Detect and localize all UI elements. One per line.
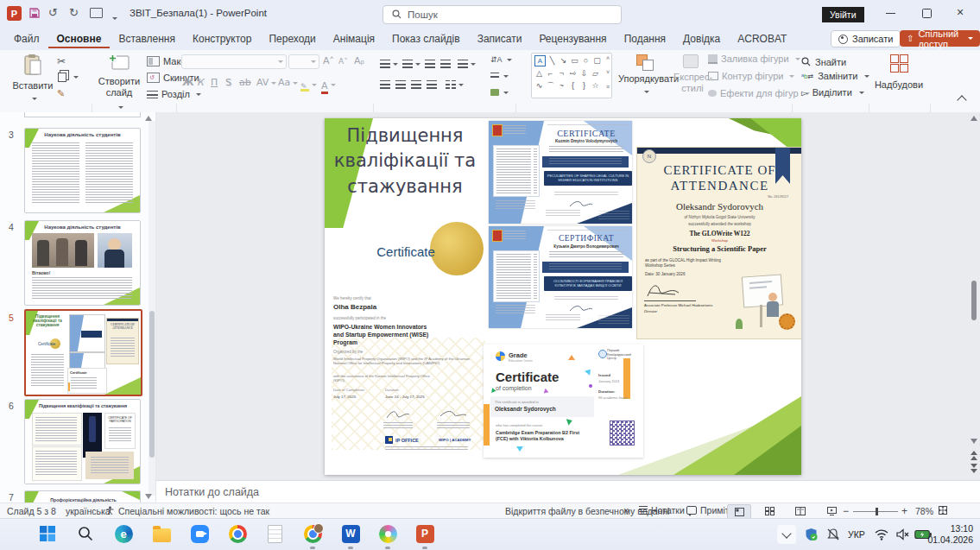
taskbar-search-icon[interactable]: [76, 524, 95, 543]
arrow-line-shape-icon[interactable]: ↘: [558, 54, 569, 66]
language-indicator[interactable]: українська: [66, 506, 111, 516]
redo-icon[interactable]: ↻: [69, 6, 79, 19]
clock[interactable]: 13:10 01.04.2026: [927, 523, 973, 546]
shape-outline-button[interactable]: Контур фігури: [708, 71, 794, 81]
zoom-in-button[interactable]: +: [901, 505, 907, 517]
next-slide-button[interactable]: [971, 464, 977, 473]
share-button[interactable]: ⇧ Спільний доступ: [900, 30, 980, 47]
start-slideshow-icon[interactable]: [90, 8, 103, 18]
text-direction-button[interactable]: ⇵A: [490, 55, 512, 64]
zoom-level[interactable]: 78%: [915, 506, 933, 516]
notes-pane[interactable]: Нотатки до слайда: [156, 480, 980, 503]
paste-button[interactable]: Вставити: [12, 54, 54, 106]
tab-record[interactable]: Записати: [469, 33, 531, 45]
clear-formatting-icon[interactable]: Ap: [354, 55, 364, 66]
tab-design[interactable]: Конструктор: [184, 33, 260, 45]
elbow-shape-icon[interactable]: ⌐: [545, 67, 556, 79]
restore-button[interactable]: [922, 9, 932, 18]
strikethrough-button[interactable]: ab: [239, 77, 251, 88]
panel-scrollbar-thumb[interactable]: [149, 311, 155, 458]
reading-view-button[interactable]: [789, 504, 812, 518]
font-size-combobox[interactable]: [288, 54, 319, 69]
down-arrow-shape-icon[interactable]: ⇩: [579, 67, 590, 79]
bold-button[interactable]: Ж: [182, 77, 193, 88]
change-case-button[interactable]: Aa: [278, 77, 298, 88]
section-button[interactable]: Розділ: [147, 89, 201, 99]
left-brace-shape-icon[interactable]: {: [567, 79, 579, 92]
panel-scrollbar[interactable]: [149, 121, 155, 496]
notifications-off-icon[interactable]: [824, 525, 843, 544]
tab-file[interactable]: Файл: [5, 33, 48, 45]
parallelogram-shape-icon[interactable]: ▱: [590, 67, 601, 79]
shapes-gallery[interactable]: A ╲ ↘ ▭ ○ ▢ △ ⌐ ¬ ⇨ ⇩ ▱ ∿ ⌒ ~ { } ☆ ˄ ˅ …: [531, 53, 612, 98]
tab-animations[interactable]: Анімація: [325, 33, 383, 45]
panel-scroll-down-arrow[interactable]: [145, 494, 152, 499]
align-left-icon[interactable]: [380, 77, 390, 92]
tab-insert[interactable]: Вставлення: [110, 33, 184, 45]
record-button[interactable]: Записати: [831, 30, 901, 47]
notes-placeholder[interactable]: Нотатки до слайда: [165, 486, 259, 498]
notepad-icon[interactable]: [265, 524, 284, 543]
chrome-profile-icon[interactable]: [303, 524, 322, 543]
tab-help[interactable]: Довідка: [674, 33, 729, 45]
textbox-shape-icon[interactable]: A: [534, 55, 546, 66]
thumbnail-partial-top[interactable]: [24, 112, 141, 117]
slideshow-view-button[interactable]: [820, 504, 843, 518]
attendance-certificate[interactable]: N CERTIFICATE OF ATTENDANCE No. 26128127…: [636, 147, 801, 339]
search-box[interactable]: Пошук: [383, 5, 622, 24]
zoom-app-icon[interactable]: [190, 524, 209, 543]
gallery-more[interactable]: ≡: [606, 84, 610, 90]
paint-icon[interactable]: [378, 524, 397, 543]
triangle-shape-icon[interactable]: △: [534, 67, 545, 79]
tab-review[interactable]: Рецензування: [530, 33, 615, 45]
align-right-icon[interactable]: [411, 77, 421, 92]
powerpoint-taskbar-icon[interactable]: P: [415, 524, 434, 543]
security-shield-icon[interactable]: [801, 525, 820, 544]
decrease-indent-icon[interactable]: [425, 56, 435, 72]
rounded-rectangle-shape-icon[interactable]: ▢: [591, 54, 603, 66]
chrome-icon[interactable]: [228, 524, 247, 543]
right-arrow-shape-icon[interactable]: ⇨: [567, 67, 579, 79]
tab-view[interactable]: Подання: [616, 33, 674, 45]
columns-button[interactable]: [446, 77, 464, 92]
slide-sorter-view-button[interactable]: [758, 504, 781, 518]
save-icon[interactable]: [28, 7, 41, 19]
slide-title[interactable]: Підвищення кваліфікації та стажування: [328, 123, 482, 199]
tab-home[interactable]: Основне: [48, 29, 111, 48]
gallery-scroll-up[interactable]: ˄: [606, 55, 610, 61]
slide-canvas[interactable]: Підвищення кваліфікації та стажування Ce…: [325, 118, 801, 475]
convert-smartart-button[interactable]: [490, 89, 509, 96]
sign-in-button[interactable]: Увійти: [822, 7, 864, 22]
protected-view-close-icon[interactable]: ×: [623, 505, 629, 515]
slide-thumbnail-5[interactable]: Підвищення кваліфікації та стажування Ce…: [24, 309, 142, 396]
line-spacing-button[interactable]: [458, 56, 476, 72]
minimize-button[interactable]: [886, 13, 895, 14]
cut-icon[interactable]: ✂: [57, 55, 66, 67]
addins-button[interactable]: Надбудови: [874, 54, 924, 90]
zoom-slider-thumb[interactable]: [876, 508, 878, 515]
canvas-scrollbar-thumb[interactable]: [971, 281, 977, 320]
collapse-ribbon-icon[interactable]: [957, 95, 966, 104]
close-button[interactable]: ×: [957, 5, 964, 19]
numbering-button[interactable]: [402, 56, 420, 72]
copy-icon[interactable]: [58, 73, 66, 82]
edge-icon[interactable]: e: [114, 524, 133, 543]
tab-acrobat[interactable]: ACROBAT: [729, 33, 795, 45]
curve-shape-icon[interactable]: ~: [556, 79, 567, 92]
bullets-button[interactable]: [380, 56, 398, 72]
new-slide-button[interactable]: Створити слайд: [97, 54, 142, 114]
italic-button[interactable]: К: [197, 77, 204, 88]
quick-styles-button[interactable]: Експрес-стилі: [673, 54, 708, 94]
decrease-font-icon[interactable]: A˅: [338, 57, 348, 66]
underline-button[interactable]: П: [211, 77, 218, 88]
accessibility-status[interactable]: Спеціальні можливості: щось не так: [118, 506, 269, 516]
qat-customize-icon[interactable]: [110, 10, 117, 26]
line-shape-icon[interactable]: ╲: [547, 54, 558, 66]
tab-transitions[interactable]: Переходи: [260, 33, 324, 45]
volume-muted-icon[interactable]: [893, 525, 912, 544]
select-button[interactable]: ▻ Виділити: [801, 87, 864, 98]
font-name-combobox[interactable]: [181, 54, 287, 69]
arrange-button[interactable]: Упорядкувати: [618, 54, 672, 99]
gallery-scroll-down[interactable]: ˅: [606, 69, 610, 75]
slide-thumbnail-3[interactable]: Наукова діяльність студентів: [24, 128, 141, 213]
